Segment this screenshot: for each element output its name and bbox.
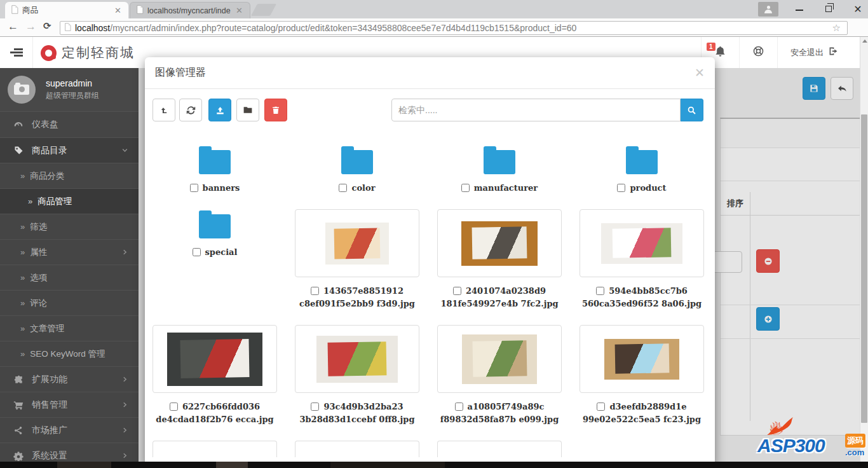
sign-out-icon	[828, 46, 839, 59]
image-item-partial[interactable]	[437, 441, 562, 457]
thumbnail-photo	[601, 223, 682, 264]
logout-button[interactable]: 安全退出	[778, 37, 851, 68]
sidebar-item-catalog[interactable]: 商品目录	[0, 137, 139, 163]
image-checkbox[interactable]	[311, 287, 319, 295]
image-checkbox[interactable]	[170, 403, 178, 411]
sidebar-item-marketing[interactable]: 市场推广	[0, 417, 139, 443]
url-field[interactable]: localhost/mycncart/admin/index.php?route…	[60, 21, 848, 35]
sidebar-item-filters[interactable]: »筛选	[0, 214, 139, 239]
sidebar-toggle-button[interactable]	[0, 37, 33, 68]
thumbnail-photo	[316, 336, 398, 383]
window-close-button[interactable]: ✕	[851, 3, 864, 15]
modal-close-icon[interactable]: ✕	[695, 65, 705, 80]
sidebar-item-articles[interactable]: »文章管理	[0, 315, 139, 341]
sidebar-item-label: 属性	[30, 247, 47, 258]
chevron-right-icon	[121, 375, 128, 385]
tags-icon	[11, 146, 25, 155]
sidebar-item-attributes[interactable]: »属性	[0, 239, 139, 265]
image-checkbox[interactable]	[455, 403, 463, 411]
page-icon	[64, 23, 71, 33]
image-thumbnail[interactable]	[295, 325, 419, 393]
tab-close-icon[interactable]: ✕	[113, 6, 123, 15]
image-item-partial[interactable]	[295, 441, 419, 457]
image-thumbnail[interactable]	[437, 209, 562, 277]
folder-name: manufacturer	[474, 183, 538, 193]
image-filename-line1: 93c4d9b3d2ba23	[323, 402, 403, 411]
upload-button[interactable]	[208, 99, 231, 121]
thumbnail-photo	[604, 339, 679, 380]
folder-item-manufacturer[interactable]: manufacturer	[437, 145, 562, 193]
image-item[interactable]: 594e4bb85cc7b6560ca35ed96f52 8a06.jpg	[580, 209, 704, 308]
image-checkbox[interactable]	[311, 403, 319, 411]
chevron-right-icon	[121, 400, 128, 410]
sidebar-item-seo-keyword[interactable]: »SEO KeyWord 管理	[0, 341, 139, 366]
image-filename-line2: f89832d58fa87b e099.jpg	[440, 415, 559, 424]
parent-directory-button[interactable]	[153, 99, 175, 121]
folder-item-color[interactable]: color	[295, 145, 419, 193]
search-button[interactable]	[681, 99, 703, 121]
folder-checkbox[interactable]	[617, 184, 625, 192]
image-item[interactable]: 2401074a0238d9181fe549927e4b 7fc2.jpg	[437, 209, 562, 308]
image-item[interactable]: 143657e8851912c8ef091f5e2bb9 f3d9.jpg	[295, 209, 419, 308]
tab-close-icon[interactable]: ✕	[234, 6, 244, 15]
folder-item-banners[interactable]: banners	[153, 145, 277, 193]
back-icon[interactable]: ←	[8, 20, 18, 33]
image-thumbnail[interactable]	[580, 325, 704, 393]
image-checkbox[interactable]	[596, 287, 604, 295]
help-button[interactable]	[740, 37, 777, 68]
image-thumbnail[interactable]	[580, 209, 704, 277]
browser-tab-active[interactable]: 商品 ✕	[5, 2, 128, 18]
image-item[interactable]: 6227cb66fdd036de4cdad18f2b76 ecca.jpg	[153, 325, 277, 424]
sidebar-item-dashboard[interactable]: 仪表盘	[0, 112, 139, 137]
sidebar-item-sales[interactable]: 销售管理	[0, 392, 139, 417]
scrollbar-thumb[interactable]	[861, 114, 867, 423]
image-item[interactable]: 93c4d9b3d2ba233b28d83d1ccebf 0ff8.jpg	[295, 325, 419, 424]
folder-checkbox[interactable]	[193, 248, 201, 256]
folder-icon	[341, 150, 373, 174]
bookmark-star-icon[interactable]: ☆	[832, 22, 841, 34]
image-checkbox[interactable]	[453, 287, 461, 295]
brand-logo[interactable]: 定制轻商城	[41, 42, 135, 64]
user-name: superadmin	[46, 78, 99, 88]
browser-tab-inactive[interactable]: localhost/mycncart/inde ✕	[130, 2, 250, 18]
window-maximize-button[interactable]	[822, 4, 835, 14]
refresh-button[interactable]	[179, 99, 202, 121]
image-filename-line1: d3eefdb2889d1e	[609, 402, 686, 411]
sidebar-item-extensions[interactable]: 扩展功能	[0, 366, 139, 392]
image-filename-line2: 560ca35ed96f52 8a06.jpg	[582, 299, 702, 308]
delete-button[interactable]	[264, 99, 287, 121]
folder-checkbox[interactable]	[339, 184, 347, 192]
page-scrollbar[interactable]	[860, 37, 868, 468]
new-tab-button[interactable]	[251, 4, 276, 16]
browser-profile-icon[interactable]	[758, 2, 778, 17]
image-item[interactable]: a10805f749a89cf89832d58fa87b e099.jpg	[437, 325, 562, 424]
share-icon	[11, 426, 25, 435]
sidebar-item-label: 商品目录	[32, 145, 67, 156]
user-group: 超级管理员群组	[46, 90, 99, 101]
folder-checkbox[interactable]	[461, 184, 470, 192]
sidebar-item-categories[interactable]: »商品分类	[0, 163, 139, 188]
notification-badge: 1	[707, 43, 715, 51]
image-thumbnail[interactable]	[153, 325, 277, 393]
folder-item-product[interactable]: product	[580, 145, 704, 193]
image-item-partial[interactable]	[153, 441, 277, 457]
search-input[interactable]	[391, 99, 681, 121]
image-filename-line2: de4cdad18f2b76 ecca.jpg	[156, 415, 273, 424]
image-checkbox[interactable]	[597, 403, 605, 411]
folder-checkbox[interactable]	[190, 184, 198, 192]
sidebar-item-label: 评论	[30, 298, 47, 309]
window-minimize-button[interactable]	[793, 4, 806, 14]
folder-icon	[626, 150, 658, 174]
image-thumbnail[interactable]	[437, 325, 562, 393]
folder-item-special[interactable]: special	[153, 209, 277, 257]
scrollbar-up-icon[interactable]	[862, 39, 867, 43]
image-thumbnail[interactable]	[295, 209, 419, 277]
new-folder-button[interactable]	[236, 99, 259, 121]
sidebar-item-reviews[interactable]: »评论	[0, 290, 139, 315]
dashboard-icon	[11, 120, 25, 130]
sidebar-item-products[interactable]: »商品管理	[0, 188, 139, 214]
image-item[interactable]: d3eefdb2889d1e99e02e522c5ea5 fc23.jpg	[580, 325, 704, 424]
forward-icon[interactable]: →	[25, 20, 36, 33]
sidebar-item-options[interactable]: »选项	[0, 265, 139, 290]
reload-icon[interactable]: ⟳	[43, 20, 51, 32]
